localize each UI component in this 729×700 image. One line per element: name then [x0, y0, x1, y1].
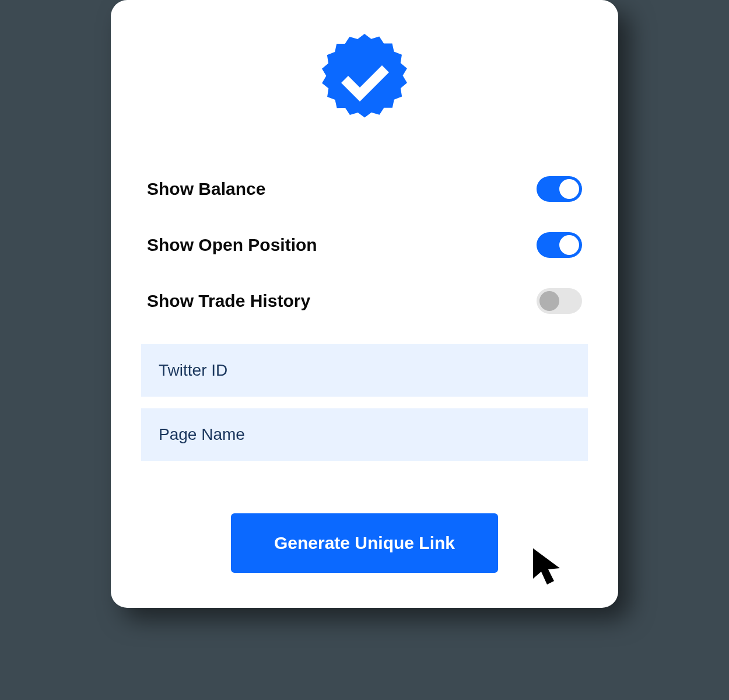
badge-container — [141, 34, 588, 130]
toggle-row-show-balance: Show Balance — [141, 176, 588, 202]
inputs-section — [141, 344, 588, 473]
button-container: Generate Unique Link — [141, 513, 588, 573]
toggle-label: Show Balance — [147, 179, 265, 199]
page-name-input[interactable] — [141, 408, 588, 461]
generate-unique-link-button[interactable]: Generate Unique Link — [231, 513, 498, 573]
settings-card: Show Balance Show Open Position Show Tra… — [111, 0, 618, 608]
toggle-label: Show Open Position — [147, 235, 317, 255]
toggle-knob — [559, 179, 579, 199]
toggle-knob — [539, 291, 559, 311]
twitter-id-input[interactable] — [141, 344, 588, 397]
toggle-show-balance[interactable] — [537, 176, 582, 202]
toggle-knob — [559, 235, 579, 255]
toggle-row-show-open-position: Show Open Position — [141, 232, 588, 258]
toggle-show-open-position[interactable] — [537, 232, 582, 258]
toggle-row-show-trade-history: Show Trade History — [141, 288, 588, 314]
toggle-show-trade-history[interactable] — [537, 288, 582, 314]
verified-badge-icon — [318, 34, 411, 130]
cursor-icon — [530, 546, 566, 590]
toggle-label: Show Trade History — [147, 291, 310, 311]
